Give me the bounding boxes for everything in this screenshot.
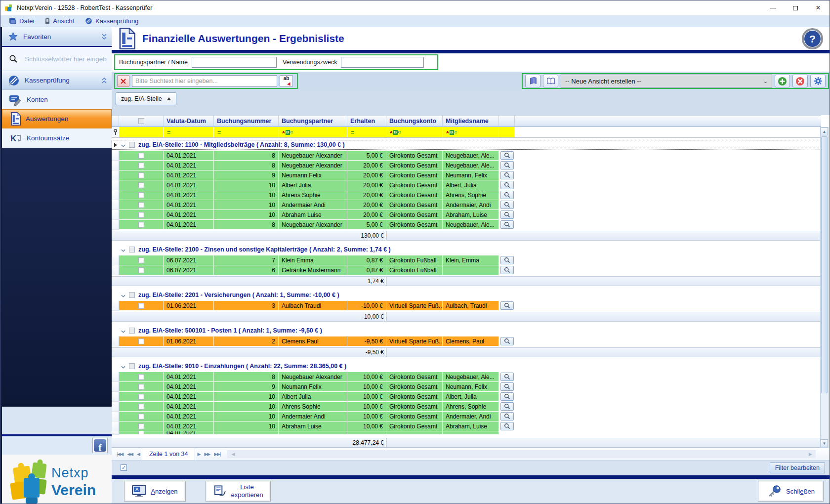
column-header-mitgliedsname[interactable]: Mitgliedsname <box>443 116 499 126</box>
close-button[interactable]: × <box>807 0 830 15</box>
row-checkbox-cell[interactable] <box>119 220 164 230</box>
row-checkbox[interactable] <box>138 182 144 188</box>
anzeigen-button[interactable]: A Anzeigen <box>124 481 186 502</box>
row-checkbox-cell[interactable] <box>119 421 164 431</box>
group-header-row[interactable]: zug. E/A-Stelle: 9010 - Einzahlungen ( A… <box>112 361 821 371</box>
row-checkbox-cell[interactable] <box>119 382 164 392</box>
filter-cell-mitgliedsname[interactable]: ABC <box>443 127 499 137</box>
row-checkbox[interactable] <box>138 153 144 159</box>
last-record-button[interactable]: ▶▶| <box>212 452 222 457</box>
row-checkbox-cell[interactable] <box>119 372 164 382</box>
row-detail-button[interactable] <box>500 201 514 209</box>
sidebar-favorites-header[interactable]: Favoriten <box>2 27 112 47</box>
scroll-up-icon[interactable]: ▲ <box>821 127 828 135</box>
row-detail-button[interactable] <box>500 373 514 381</box>
filter-cell-buchungskonto[interactable]: ABC <box>386 127 443 137</box>
row-detail-button[interactable] <box>500 422 514 430</box>
open-book-button[interactable] <box>543 75 558 87</box>
group-header-row[interactable]: zug. E/A-Stelle: 2100 - Zinsen und sonst… <box>112 245 821 254</box>
group-collapse-icon[interactable] <box>121 362 125 371</box>
row-checkbox[interactable] <box>138 374 144 380</box>
delete-view-button[interactable] <box>792 75 808 87</box>
row-checkbox-cell[interactable] <box>119 151 164 161</box>
horizontal-scrollbar[interactable]: ◀ ▶ <box>227 450 816 458</box>
scrollbar-thumb[interactable] <box>821 136 828 393</box>
row-detail-button[interactable] <box>500 412 514 420</box>
table-row[interactable]: 04.01.20218Neugebauer Alexander5,00 €Gir… <box>112 151 821 161</box>
text-filter-button[interactable]: ab <box>280 75 293 87</box>
row-checkbox[interactable] <box>138 163 144 168</box>
select-all-checkbox[interactable] <box>138 118 144 124</box>
menu-datei[interactable]: Datei <box>3 15 40 27</box>
column-header-buchungsnummer[interactable]: Buchungsnummer <box>214 116 279 126</box>
sidebar-item-kontoumsaetze[interactable]: K Kontoumsätze <box>2 128 112 148</box>
closed-book-button[interactable] <box>525 75 540 87</box>
sidebar-search[interactable]: Schlüsselwörter hier eingeb <box>2 47 112 71</box>
table-row[interactable]: 01.06.20213Aulbach Traudl-10,00 €Virtuel… <box>112 301 821 311</box>
row-detail-button[interactable] <box>500 382 514 391</box>
table-row[interactable]: 04.01.202110Ahrens Sophie20,00 €Girokont… <box>112 190 821 200</box>
menu-kassenpruefung[interactable]: Kassenprüfung <box>80 15 144 27</box>
row-checkbox[interactable] <box>138 338 144 344</box>
group-checkbox[interactable] <box>129 292 135 298</box>
row-checkbox[interactable] <box>138 192 144 198</box>
filter-checkbox-cell[interactable] <box>119 127 164 137</box>
liste-exportieren-button[interactable]: Listeexportieren <box>206 481 271 502</box>
row-detail-button[interactable] <box>500 181 514 189</box>
schliessen-button[interactable]: Schließen <box>758 481 824 502</box>
row-checkbox[interactable] <box>138 384 144 390</box>
hscroll-right-icon[interactable]: ▶ <box>807 452 814 457</box>
row-detail-button[interactable] <box>500 171 514 179</box>
row-detail-button[interactable] <box>500 191 514 199</box>
settings-button[interactable] <box>810 75 826 87</box>
sidebar-item-auswertungen[interactable]: Auswertungen <box>2 109 112 128</box>
table-row[interactable]: 06.07.20217Klein Emma0,87 €Girokonto Fuß… <box>112 255 821 265</box>
table-row[interactable]: 06.07.20216Getränke Mustermann0,87 €Giro… <box>112 265 821 275</box>
clear-search-button[interactable] <box>117 75 129 87</box>
row-checkbox-cell[interactable] <box>119 190 164 200</box>
table-row[interactable]: 04.01.2021 <box>112 431 821 435</box>
help-button[interactable]: ? <box>802 28 823 49</box>
row-checkbox[interactable] <box>138 267 144 273</box>
group-checkbox[interactable] <box>129 328 135 334</box>
filter-cell-buchungspartner[interactable]: ABC <box>279 127 347 137</box>
row-checkbox-cell[interactable] <box>119 255 164 265</box>
next-record-button[interactable]: ▶ <box>195 452 202 457</box>
first-record-button[interactable]: |◀◀ <box>115 452 125 457</box>
row-checkbox[interactable] <box>138 222 144 228</box>
group-collapse-icon[interactable] <box>121 140 125 149</box>
filter-edit-button[interactable]: Filter bearbeiten <box>770 462 825 473</box>
row-checkbox-cell[interactable] <box>119 301 164 311</box>
table-row[interactable]: 04.01.20218Neugebauer Alexander5,00 €Gir… <box>112 220 821 230</box>
row-detail-button[interactable] <box>500 392 514 401</box>
row-checkbox[interactable] <box>138 414 144 420</box>
filter-cell-valuta-datum[interactable]: = <box>164 127 214 137</box>
row-detail-button[interactable] <box>500 402 514 411</box>
row-checkbox[interactable] <box>138 394 144 400</box>
group-checkbox[interactable] <box>129 142 135 148</box>
table-row[interactable]: 01.06.20212Clemens Paul-9,50 €Virtuell S… <box>112 336 821 346</box>
row-detail-button[interactable] <box>500 301 514 310</box>
footer-checkbox[interactable]: ✓ <box>121 464 127 471</box>
menu-ansicht[interactable]: Ansicht <box>40 15 80 27</box>
purpose-input[interactable] <box>341 57 424 68</box>
row-detail-button[interactable] <box>500 337 514 345</box>
filter-cell-buchungsnummer[interactable]: = <box>214 127 279 137</box>
group-checkbox[interactable] <box>129 363 135 369</box>
header-select-all-cell[interactable] <box>119 116 164 126</box>
table-row[interactable]: 04.01.202110Andermaier Andi20,00 €Giroko… <box>112 200 821 210</box>
vertical-scrollbar[interactable]: ▲ ▼ <box>820 127 829 448</box>
scroll-down-icon[interactable]: ▼ <box>821 439 828 447</box>
row-checkbox[interactable] <box>138 431 144 435</box>
row-detail-button[interactable] <box>500 266 514 274</box>
group-collapse-icon[interactable] <box>121 291 125 299</box>
group-by-button[interactable]: zug. E/A-Stelle <box>116 92 176 105</box>
next-page-button[interactable]: ▶▶ <box>202 452 212 457</box>
row-checkbox-cell[interactable] <box>119 336 164 346</box>
row-checkbox-cell[interactable] <box>119 402 164 412</box>
table-row[interactable]: 04.01.202110Ahrens Sophie10,00 €Girokont… <box>112 402 821 412</box>
group-collapse-icon[interactable] <box>121 245 125 254</box>
column-header-buchungspartner[interactable]: Buchungspartner <box>279 116 347 126</box>
row-checkbox-cell[interactable] <box>119 265 164 275</box>
row-checkbox-cell[interactable] <box>119 431 164 435</box>
